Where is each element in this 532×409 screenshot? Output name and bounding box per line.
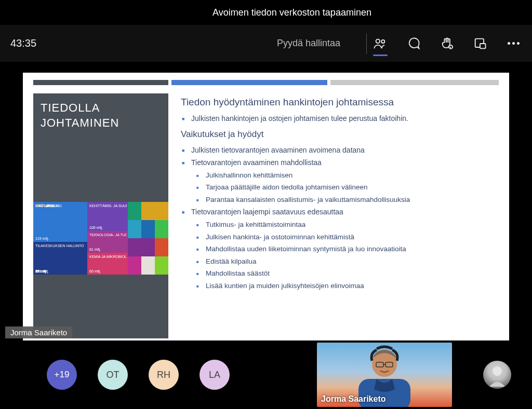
slide-subpoint: Edistää kilpailua	[206, 255, 499, 268]
meeting-toolbar: 43:35 Pyydä hallintaa	[0, 25, 532, 62]
slide-subpoint: Julkishallinnon kehittämisen	[206, 169, 499, 182]
slide-left-panel: TIEDOLLA JOHTAMINEN HUS APTEEKKI119 milj…	[33, 93, 168, 338]
slide-heading-1: Tiedon hyödyntäminen hankintojen johtami…	[181, 97, 499, 108]
slide-subpoint: Julkisen hankinta- ja ostotoiminnan kehi…	[206, 231, 499, 243]
participant-strip: +19 OT RH LA Jorma Saariketo	[0, 340, 532, 409]
slide-content: Tiedon hyödyntäminen hankintojen johtami…	[181, 93, 499, 338]
treemap-chart: HUS APTEEKKI119 milj. TILAKESKUKSEN HALL…	[33, 202, 168, 275]
presenter-name-tag: Jorma Saariketo	[5, 326, 72, 338]
slide-subpoint: Tarjoaa päättäjille aidon tiedolla johta…	[206, 181, 499, 194]
svg-point-0	[376, 39, 380, 43]
svg-point-12	[493, 366, 502, 376]
meeting-title: Avoimen tiedon verkoston tapaaminen	[212, 7, 371, 18]
toolbar-separator	[366, 33, 367, 54]
slide-subpoint: Parantaa kansalaisten osallistumis- ja v…	[206, 194, 499, 206]
slide-subpoint: Lisää kuntien ja muiden julkisyhteisöjen…	[206, 280, 499, 292]
participant-avatar[interactable]: LA	[200, 360, 230, 390]
shared-slide: TIEDOLLA JOHTAMINEN HUS APTEEKKI119 milj…	[23, 73, 509, 340]
slide-subpoint: Mahdollistaa säästöt	[206, 267, 499, 280]
pop-out-icon[interactable]	[472, 35, 488, 52]
slide-subpoint: Mahdollistaa uuden liiketoiminnan syntym…	[206, 243, 499, 255]
shared-content-stage: TIEDOLLA JOHTAMINEN HUS APTEEKKI119 milj…	[0, 62, 532, 340]
svg-point-4	[451, 46, 451, 47]
participant-avatar[interactable]: OT	[98, 360, 128, 390]
svg-point-2	[449, 45, 453, 48]
participants-icon[interactable]	[372, 35, 389, 52]
slide-heading-2: Vaikutukset ja hyödyt	[181, 129, 499, 140]
slide-point: Tietovarantojen laajempi saatavuus edesa…	[191, 206, 499, 292]
slide-accent-bars	[33, 80, 499, 85]
meeting-title-bar: Avoimen tiedon verkoston tapaaminen	[0, 0, 532, 25]
slide-point: Julkisten tietovarantojen avaaminen avoi…	[191, 144, 499, 157]
self-avatar[interactable]	[483, 361, 511, 389]
presenter-video-tile[interactable]: Jorma Saariketo	[317, 343, 452, 407]
request-control-button[interactable]: Pyydä hallintaa	[277, 38, 340, 49]
chat-icon[interactable]	[405, 35, 422, 52]
slide-subpoint: Tutkimus- ja kehittämistoimintaa	[206, 219, 499, 231]
svg-rect-6	[480, 44, 486, 48]
video-tile-name: Jorma Saariketo	[321, 394, 386, 404]
participant-avatar[interactable]: RH	[149, 360, 179, 390]
call-timer: 43:35	[10, 37, 104, 49]
svg-point-1	[381, 39, 384, 43]
svg-point-3	[450, 46, 450, 47]
more-options-icon[interactable]	[505, 35, 522, 52]
overflow-participants-button[interactable]: +19	[47, 360, 77, 390]
slide-point: Julkisten hankintojen ja ostojen johtami…	[191, 112, 499, 125]
slide-point: Tietovarantojen avaaminen mahdollistaa J…	[191, 156, 499, 206]
reactions-icon[interactable]	[438, 35, 455, 52]
slide-left-title-1: TIEDOLLA	[41, 101, 100, 114]
slide-left-title-2: JOHTAMINEN	[41, 116, 119, 129]
